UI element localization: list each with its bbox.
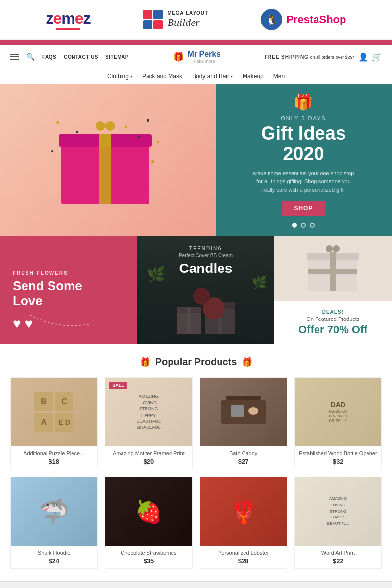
- store-header-center: 🎁 Mr Perks Make store: [173, 50, 221, 64]
- hero-dots: [292, 223, 315, 228]
- hero-shop-button[interactable]: SHOP: [282, 201, 325, 216]
- product-price: $22: [299, 557, 377, 564]
- prestashop-logo[interactable]: 🐧 PrestaShop: [261, 9, 346, 30]
- product-card[interactable]: SALE AMAZINGLOVINGSTRONGHAPPYBEAUTIFULGR…: [105, 377, 192, 469]
- promo-candles[interactable]: 🌿 🌿 TRENDING Perfect Cover BB Cream Cand…: [137, 236, 274, 344]
- store-header-left: 🔍 FAQS CONTACT US SITEMAP: [10, 53, 129, 61]
- product-card[interactable]: B C A E D Additional Puzzle Piece... $18: [10, 377, 98, 469]
- nav-contact[interactable]: CONTACT US: [64, 54, 98, 60]
- gift-icon-right: 🎁: [242, 357, 252, 368]
- product-image: AMAZINGLOVINGSTRONGHAPPYBEAUTIFUL: [295, 477, 381, 546]
- store-tagline: Make store: [188, 59, 221, 64]
- product-card[interactable]: Bath Caddy $27: [200, 377, 287, 469]
- product-info: Shark Hoodie $24: [11, 546, 97, 568]
- nav-bar: Clothing ▾ Pack and Mask Body and Hair ▾…: [0, 69, 392, 84]
- hero-dot-3[interactable]: [310, 223, 315, 228]
- product-name: Chocolate Strawberries: [109, 550, 188, 556]
- product-card[interactable]: AMAZINGLOVINGSTRONGHAPPYBEAUTIFUL Word A…: [294, 477, 382, 569]
- candles-trending: TRENDING: [189, 246, 222, 251]
- user-icon[interactable]: 👤: [358, 52, 368, 62]
- flowers-label: FRESH FLOWERS: [13, 270, 125, 276]
- chevron-down-icon: ▾: [231, 74, 233, 79]
- promo-banner: FRESH FLOWERS Send Some Love ♥ ♥: [0, 236, 392, 344]
- nav-men[interactable]: Men: [273, 73, 285, 80]
- popular-products-section: 🎁 Popular Products 🎁 B C A E D Additiona…: [0, 344, 392, 581]
- candles-overlay: TRENDING Perfect Cover BB Cream Candles: [137, 236, 274, 344]
- product-name: Additional Puzzle Piece...: [15, 450, 93, 456]
- product-info: Personalized Lobster $28: [200, 546, 287, 568]
- product-info: Additional Puzzle Piece... $18: [11, 446, 97, 469]
- product-name: Personalized Lobster: [204, 550, 283, 556]
- promo-flowers[interactable]: FRESH FLOWERS Send Some Love ♥ ♥: [0, 236, 137, 344]
- zemes-logo[interactable]: zemez: [46, 9, 91, 30]
- prestashop-text: PrestaShop: [286, 13, 346, 26]
- product-info: Established Wood Bottle Opener $32: [295, 446, 381, 469]
- mega-layout-logo[interactable]: MEGA LAYOUT Builder: [143, 10, 209, 29]
- deals-subtitle: On Featured Products: [306, 316, 359, 322]
- hamburger-menu[interactable]: [10, 54, 19, 60]
- nav-sitemap[interactable]: SITEMAP: [105, 54, 129, 60]
- product-image: 🦞: [200, 477, 287, 546]
- nav-pack-mask[interactable]: Pack and Mask: [142, 73, 182, 80]
- product-info: Word Art Print $22: [295, 546, 381, 568]
- store-wrapper: 🔍 FAQS CONTACT US SITEMAP 🎁 Mr Perks Mak…: [0, 45, 392, 582]
- products-row-2: 🦈 Shark Hoodie $24 🍓 Chocolate Strawberr…: [10, 477, 382, 569]
- products-row-1: B C A E D Additional Puzzle Piece... $18…: [10, 377, 382, 469]
- hero-dot-1[interactable]: [292, 223, 297, 228]
- deals-offer: Offer 70% Off: [298, 323, 368, 336]
- search-icon[interactable]: 🔍: [26, 53, 35, 61]
- deals-image: [274, 236, 392, 301]
- product-card[interactable]: DAD 05-26-18 07-11-13 03-09-12 Establish…: [294, 377, 382, 469]
- flowers-title: Send Some Love: [13, 278, 125, 309]
- candles-title: Candles: [179, 261, 232, 276]
- product-name: Word Art Print: [299, 550, 377, 556]
- product-price: $20: [109, 458, 188, 465]
- hero-badge: ONLY 5 DAYS: [281, 115, 326, 121]
- shipping-text: FREE SHIPPING on all orders over $29*: [265, 54, 354, 60]
- product-price: $18: [15, 458, 93, 465]
- mega-icon: [143, 10, 163, 29]
- nav-clothing[interactable]: Clothing ▾: [107, 73, 132, 80]
- chevron-down-icon: ▾: [130, 74, 132, 79]
- red-divider: [0, 40, 392, 45]
- mega-text: MEGA LAYOUT Builder: [168, 10, 209, 29]
- zemes-text: zemez: [46, 9, 91, 27]
- product-card[interactable]: 🦞 Personalized Lobster $28: [200, 477, 287, 569]
- product-card[interactable]: 🦈 Shark Hoodie $24: [10, 477, 98, 569]
- nav-body-hair[interactable]: Body and Hair ▾: [192, 73, 233, 80]
- heart-string-decoration: [15, 305, 113, 334]
- deals-label: DEALS!: [322, 309, 343, 315]
- store-header-right: FREE SHIPPING on all orders over $29* 👤 …: [265, 52, 382, 62]
- product-price: $27: [204, 458, 283, 465]
- section-title: 🎁 Popular Products 🎁: [10, 356, 382, 368]
- product-name: Bath Caddy: [204, 450, 283, 456]
- nav-makeup[interactable]: Makeup: [243, 73, 264, 80]
- product-image: 🦈: [11, 477, 97, 546]
- product-name: Shark Hoodie: [15, 550, 93, 556]
- product-info: Amazing Mother Framed Print $20: [105, 446, 192, 469]
- product-name: Amazing Mother Framed Print: [109, 450, 188, 456]
- user-icons: 👤 🛒: [358, 52, 382, 62]
- hero-title: Gift Ideas 2020: [261, 123, 346, 165]
- candles-subtitle: Perfect Cover BB Cream: [179, 253, 233, 258]
- hero-dot-2[interactable]: [301, 223, 306, 228]
- hero-description: Make home essentials your one shop stop …: [249, 170, 357, 194]
- zemes-underline: [56, 28, 80, 30]
- product-image: DAD 05-26-18 07-11-13 03-09-12: [295, 378, 381, 446]
- hero-gift-icon: 🎁: [294, 93, 313, 111]
- product-price: $28: [204, 557, 283, 564]
- product-name: Established Wood Bottle Opener: [299, 450, 377, 456]
- product-image: B C A E D: [11, 378, 97, 446]
- deals-text-area: DEALS! On Featured Products Offer 70% Of…: [274, 301, 392, 344]
- gift-icon: 🎁: [173, 51, 184, 62]
- hero-image: [0, 84, 216, 236]
- cart-icon[interactable]: 🛒: [372, 52, 382, 62]
- store-header: 🔍 FAQS CONTACT US SITEMAP 🎁 Mr Perks Mak…: [0, 45, 392, 69]
- nav-faqs[interactable]: FAQS: [42, 54, 56, 60]
- product-price: $35: [109, 557, 188, 564]
- gift-icon-left: 🎁: [140, 357, 150, 368]
- product-card[interactable]: 🍓 Chocolate Strawberries $35: [105, 477, 192, 569]
- product-price: $24: [15, 557, 93, 564]
- product-info: Chocolate Strawberries $35: [105, 546, 192, 568]
- promo-deals[interactable]: DEALS! On Featured Products Offer 70% Of…: [274, 236, 392, 344]
